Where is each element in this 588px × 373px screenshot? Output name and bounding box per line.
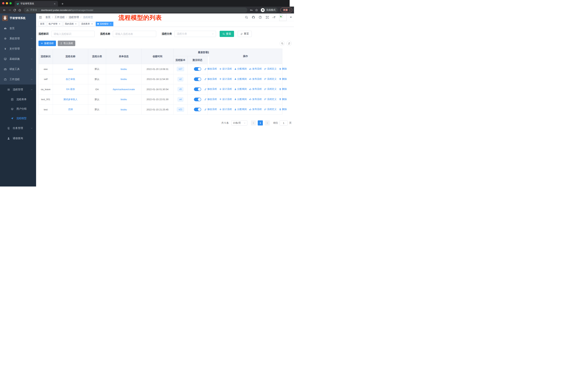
window-minimize-button[interactable] — [6, 2, 8, 4]
action-definition-link[interactable]: 流程定义 — [264, 87, 277, 91]
filter-category-select[interactable]: 流程分类 — [174, 31, 216, 37]
action-publish-link[interactable]: 发布流程 — [249, 108, 262, 111]
user-avatar[interactable] — [279, 14, 286, 21]
sidebar-item-process-model[interactable]: 流程模型 — [0, 114, 36, 123]
tag-close-icon[interactable] — [109, 23, 112, 25]
breadcrumb-process-management[interactable]: 流程管理 — [69, 16, 79, 19]
font-size-icon[interactable]: TT — [272, 16, 276, 19]
bookmark-star-icon[interactable] — [254, 8, 259, 13]
goto-page-input[interactable] — [280, 120, 288, 125]
action-design-link[interactable]: 设计流程 — [219, 67, 232, 71]
app-logo-row[interactable]: 芋道管理系统 — [0, 13, 36, 23]
new-tab-button[interactable] — [61, 2, 64, 6]
breadcrumb-workflow[interactable]: 工作流程 — [54, 16, 65, 19]
action-design-link[interactable]: 设计流程 — [219, 108, 232, 111]
action-definition-link[interactable]: 流程定义 — [264, 67, 277, 71]
breadcrumb-home[interactable]: 首页 — [45, 16, 51, 19]
filter-name-input[interactable] — [113, 31, 156, 37]
browser-menu-icon[interactable] — [290, 9, 290, 11]
action-delete-link[interactable]: 删除 — [279, 67, 287, 71]
action-definition-link[interactable]: 流程定义 — [264, 98, 277, 101]
tag-home[interactable]: 首页 — [38, 22, 46, 26]
browser-tab[interactable]: 芋道管理系统 — [15, 1, 58, 7]
sidebar-item-infrastructure[interactable]: 基础设施 — [0, 54, 36, 64]
form-info-link[interactable]: /bpm/oa/leave/create — [113, 88, 135, 91]
active-toggle[interactable] — [194, 77, 201, 81]
tag-my-process[interactable]: 我的流程 — [63, 22, 79, 26]
sidebar-item-process-form[interactable]: 流程表单 — [0, 95, 36, 104]
sidebar-item-payment-management[interactable]: ¥支付管理 — [0, 44, 36, 54]
action-publish-link[interactable]: 发布流程 — [249, 98, 262, 101]
github-icon[interactable] — [252, 16, 255, 19]
sidebar-item-system-management[interactable]: 系统管理 — [0, 33, 36, 44]
refresh-table-button[interactable] — [286, 41, 292, 46]
action-design-link[interactable]: 设计流程 — [219, 98, 232, 101]
reset-button[interactable]: 重置 — [238, 31, 252, 37]
action-delete-link[interactable]: 删除 — [279, 108, 287, 111]
action-delete-link[interactable]: 删除 — [279, 87, 287, 91]
action-assign-link[interactable]: 分配规则 — [234, 98, 247, 101]
sidebar-fold-icon[interactable] — [38, 15, 42, 19]
back-icon[interactable] — [2, 8, 7, 13]
sidebar-item-task-management[interactable]: 任务管理 — [0, 123, 36, 133]
action-publish-link[interactable]: 发布流程 — [249, 87, 262, 91]
action-design-link[interactable]: 设计流程 — [219, 87, 232, 91]
import-process-button[interactable]: 导入流程 — [58, 40, 75, 46]
active-toggle[interactable] — [194, 87, 201, 91]
next-page-button[interactable] — [265, 120, 270, 125]
sidebar-item-home[interactable]: 首页 — [0, 23, 36, 33]
forward-icon[interactable] — [7, 8, 12, 13]
action-assign-link[interactable]: 分配规则 — [234, 77, 247, 81]
sidebar-item-workflow[interactable]: 工作流程 — [0, 74, 36, 84]
form-info-link[interactable]: biubiu — [121, 108, 127, 111]
avatar-caret-icon[interactable] — [290, 17, 292, 18]
action-definition-link[interactable]: 流程定义 — [264, 77, 277, 81]
action-design-link[interactable]: 设计流程 — [219, 77, 232, 81]
window-zoom-button[interactable] — [10, 2, 12, 4]
tab-close-icon[interactable] — [53, 2, 56, 5]
browser-update-button[interactable]: 更新 — [280, 8, 292, 13]
form-info-link[interactable]: biubiu — [121, 68, 127, 71]
action-delete-link[interactable]: 删除 — [279, 77, 287, 81]
action-definition-link[interactable]: 流程定义 — [264, 108, 277, 111]
filter-key-input[interactable] — [51, 31, 94, 37]
active-toggle[interactable] — [194, 67, 201, 71]
process-name-link[interactable]: OA 请假 — [66, 88, 75, 91]
sidebar-item-user-group[interactable]: 用户分组 — [0, 104, 36, 114]
sidebar-item-process-management[interactable]: 流程管理 — [0, 84, 36, 95]
search-button[interactable]: 搜索 — [220, 31, 234, 37]
process-name-link[interactable]: eeee — [68, 68, 73, 71]
fullscreen-icon[interactable] — [265, 16, 269, 19]
action-modify-link[interactable]: 修改流程 — [204, 67, 217, 71]
sidebar-item-leave-query[interactable]: 请假查询 — [0, 133, 36, 143]
action-modify-link[interactable]: 修改流程 — [204, 87, 217, 91]
tag-process-form[interactable]: 流程表单 — [79, 22, 95, 26]
form-info-link[interactable]: biubiu — [121, 78, 127, 81]
home-icon[interactable] — [17, 8, 22, 13]
action-delete-link[interactable]: 删除 — [279, 98, 287, 101]
action-assign-link[interactable]: 分配规则 — [234, 67, 247, 71]
current-page-button[interactable]: 1 — [258, 120, 263, 125]
address-bar[interactable]: 不安全 dashboard.yudao.iocoder.cn/bpm/manag… — [24, 8, 247, 13]
action-modify-link[interactable]: 修改流程 — [204, 77, 217, 81]
tag-tenant-management[interactable]: 租户管理 — [47, 22, 62, 26]
window-close-button[interactable] — [2, 2, 4, 4]
page-size-select[interactable]: 10条/页 — [231, 120, 247, 125]
create-process-button[interactable]: 新建流程 — [38, 40, 56, 46]
tag-close-icon[interactable] — [58, 23, 61, 25]
action-assign-link[interactable]: 分配规则 — [234, 87, 247, 91]
process-name-link[interactable]: 滔博 — [68, 108, 73, 111]
search-icon[interactable] — [245, 16, 248, 19]
action-publish-link[interactable]: 发布流程 — [249, 77, 262, 81]
tag-close-icon[interactable] — [74, 23, 77, 25]
action-modify-link[interactable]: 修改流程 — [204, 108, 217, 111]
show-search-button[interactable] — [280, 41, 285, 46]
help-question-icon[interactable] — [258, 16, 262, 19]
process-name-link[interactable]: 自己审批 — [66, 78, 75, 81]
active-toggle[interactable] — [194, 108, 201, 111]
tag-process-model[interactable]: 流程模型 — [96, 22, 113, 26]
password-key-icon[interactable] — [249, 8, 254, 13]
form-info-link[interactable]: biubiu — [121, 98, 127, 101]
active-toggle[interactable] — [194, 98, 201, 101]
action-assign-link[interactable]: 分配规则 — [234, 108, 247, 111]
